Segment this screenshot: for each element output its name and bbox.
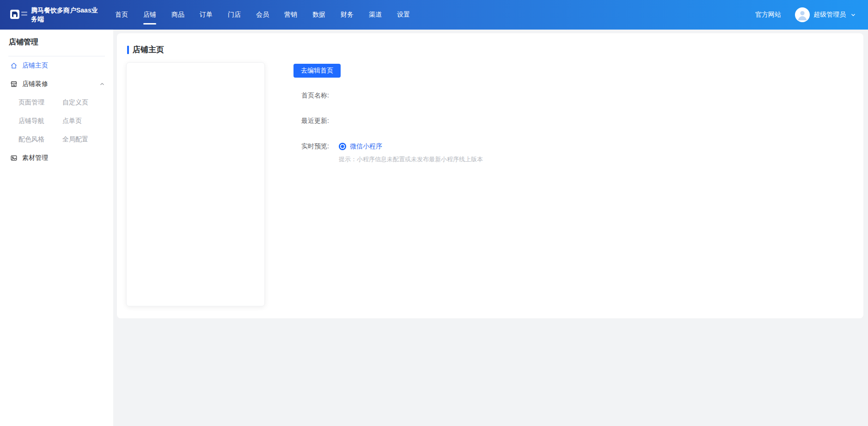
- subitem-global-config[interactable]: 全局配置: [62, 130, 113, 149]
- logo-icon: [10, 10, 19, 19]
- homepage-preview-panel: [126, 62, 265, 306]
- title-accent-bar: [127, 46, 129, 54]
- logo-subtext: [21, 12, 27, 16]
- sidebar: 店铺管理 店铺主页 店铺装修 页面管理 自定义页 店铺导航 点单页: [0, 30, 113, 426]
- nav-item-home[interactable]: 首页: [115, 0, 128, 29]
- sidebar-item-material-management[interactable]: 素材管理: [10, 149, 105, 167]
- main-area: 店铺主页 去编辑首页 首页名称: 最近更新: 实时预览: 微信小程序 提示：小程…: [113, 30, 868, 426]
- brand: 腾马餐饮多商户Saas业务端: [10, 6, 103, 24]
- image-icon: [10, 154, 18, 162]
- username: 超级管理员: [813, 11, 846, 19]
- storefront-icon: [10, 80, 18, 88]
- subitem-custom-page[interactable]: 自定义页: [62, 93, 113, 112]
- app-title: 腾马餐饮多商户Saas业务端: [31, 6, 103, 24]
- home-icon: [10, 62, 18, 69]
- nav-item-settings[interactable]: 设置: [397, 0, 410, 29]
- sidebar-item-shop-decoration[interactable]: 店铺装修: [10, 75, 105, 93]
- nav-item-shop[interactable]: 店铺: [143, 0, 156, 29]
- active-tab-underline: [143, 23, 156, 24]
- nav-item-members[interactable]: 会员: [256, 0, 269, 29]
- avatar: [795, 7, 810, 22]
- nav-item-orders[interactable]: 订单: [200, 0, 213, 29]
- subitem-ordering-page[interactable]: 点单页: [62, 112, 113, 130]
- sidebar-item-shop-homepage[interactable]: 店铺主页: [10, 56, 105, 75]
- page-title: 店铺主页: [127, 44, 164, 55]
- nav-item-channels[interactable]: 渠道: [369, 0, 382, 29]
- sidebar-title: 店铺管理: [9, 37, 113, 47]
- homepage-name-field: 首页名称:: [301, 91, 330, 100]
- subitem-page-management[interactable]: 页面管理: [18, 93, 62, 112]
- person-icon: [795, 7, 810, 22]
- navbar-right: 官方网站 超级管理员: [755, 7, 856, 22]
- top-navbar: 腾马餐饮多商户Saas业务端 首页 店铺 商品 订单 门店 会员 营销 数据 财…: [0, 0, 868, 30]
- logo: [10, 10, 27, 19]
- live-preview-field: 实时预览: 微信小程序: [301, 142, 382, 151]
- nav-item-goods[interactable]: 商品: [171, 0, 184, 29]
- edit-homepage-button[interactable]: 去编辑首页: [293, 64, 341, 78]
- nav-item-marketing[interactable]: 营销: [284, 0, 297, 29]
- user-menu[interactable]: 超级管理员: [795, 7, 856, 22]
- shop-homepage-card: 店铺主页 去编辑首页 首页名称: 最近更新: 实时预览: 微信小程序 提示：小程…: [117, 33, 863, 318]
- chevron-down-icon: [850, 12, 856, 18]
- last-updated-field: 最近更新:: [301, 117, 330, 125]
- nav-item-data[interactable]: 数据: [312, 0, 325, 29]
- subitem-color-style[interactable]: 配色风格: [18, 130, 62, 149]
- radio-selected-icon[interactable]: [339, 143, 346, 150]
- miniprogram-hint: 提示：小程序信息未配置或未发布最新小程序线上版本: [339, 155, 483, 164]
- chevron-up-icon[interactable]: [99, 81, 105, 87]
- nav-item-finance[interactable]: 财务: [341, 0, 354, 29]
- wechat-miniprogram-link[interactable]: 微信小程序: [350, 142, 382, 151]
- official-site-link[interactable]: 官方网站: [755, 11, 781, 19]
- nav-item-stores[interactable]: 门店: [228, 0, 241, 29]
- main-nav: 首页 店铺 商品 订单 门店 会员 营销 数据 财务 渠道 设置: [115, 0, 410, 29]
- subitem-shop-navigation[interactable]: 店铺导航: [18, 112, 62, 130]
- shop-decoration-submenu: 页面管理 自定义页 店铺导航 点单页 配色风格 全局配置: [18, 93, 113, 149]
